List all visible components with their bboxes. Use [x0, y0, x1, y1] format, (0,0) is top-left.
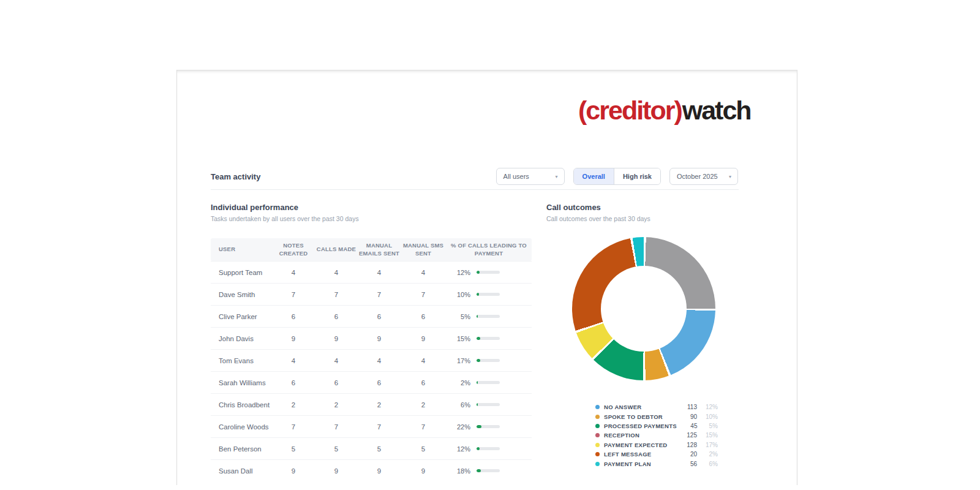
progress-bar	[477, 425, 500, 428]
emails-sent-value: 9	[358, 335, 401, 342]
logo-creditor-text: (creditor)	[578, 96, 682, 125]
legend-percent: 17%	[697, 442, 718, 448]
legend-dot-icon	[595, 433, 600, 437]
page-title: Team activity	[211, 172, 260, 181]
toggle-high-risk[interactable]: High risk	[614, 168, 660, 184]
user-name: Dave Smith	[211, 291, 272, 298]
emails-sent-value: 4	[358, 269, 401, 276]
legend-percent: 5%	[697, 423, 718, 429]
logo-watch-text: watch	[682, 96, 751, 125]
month-filter-select[interactable]: October 2025 ▾	[669, 168, 738, 185]
progress-bar	[477, 271, 500, 274]
team-activity-toolbar: Team activity All users ▾ Overall High r…	[211, 167, 738, 186]
legend-percent: 10%	[697, 413, 718, 420]
legend-row: PAYMENT PLAN566%	[595, 459, 718, 468]
calls-to-payment-cell: 17%	[446, 357, 532, 364]
calls-made-value: 7	[315, 291, 358, 298]
legend-percent: 12%	[697, 404, 718, 410]
calls-made-value: 6	[315, 313, 358, 320]
legend-row: PAYMENT EXPECTED12817%	[595, 440, 718, 450]
notes-created-value: 2	[272, 401, 315, 409]
calls-made-value: 4	[315, 269, 358, 276]
column-header-emails: Manual emails sent	[358, 242, 401, 258]
percent-value: 18%	[446, 467, 470, 475]
user-name: Clive Parker	[211, 313, 272, 320]
progress-fill	[477, 337, 480, 340]
emails-sent-value: 7	[358, 291, 401, 298]
percent-value: 10%	[446, 291, 470, 298]
column-header-pct: % of calls leading to payment	[446, 242, 532, 258]
table-row: Ben Peterson555512%	[211, 437, 532, 459]
notes-created-value: 5	[272, 445, 315, 453]
table-row: John Davis999915%	[211, 327, 532, 349]
notes-created-value: 9	[272, 335, 315, 342]
creditorwatch-logo: (creditor)watch	[578, 97, 751, 124]
users-filter-select[interactable]: All users ▾	[496, 168, 565, 185]
user-name: Ben Peterson	[211, 445, 272, 453]
progress-fill	[477, 403, 478, 406]
notes-created-value: 4	[272, 357, 315, 364]
section-title: Call outcomes	[546, 203, 742, 213]
toggle-overall[interactable]: Overall	[574, 168, 614, 184]
calls-to-payment-cell: 15%	[446, 335, 532, 342]
call-outcomes-legend: NO ANSWER11312%SPOKE TO DEBTOR9010%PROCE…	[595, 402, 718, 469]
legend-label: PROCESSED PAYMENTS	[604, 423, 677, 429]
calls-to-payment-cell: 2%	[446, 379, 532, 386]
emails-sent-value: 4	[358, 357, 401, 364]
progress-fill	[477, 425, 481, 428]
user-name: Support Team	[211, 269, 272, 276]
emails-sent-value: 6	[358, 313, 401, 320]
sms-sent-value: 9	[401, 467, 446, 475]
legend-count: 45	[677, 423, 698, 429]
legend-percent: 6%	[697, 461, 718, 467]
risk-toggle: Overall High risk	[573, 168, 661, 185]
progress-fill	[477, 271, 480, 274]
calls-made-value: 7	[315, 423, 358, 431]
users-filter-value: All users	[503, 173, 529, 180]
notes-created-value: 9	[272, 467, 315, 475]
progress-bar	[477, 337, 500, 340]
user-name: John Davis	[211, 335, 272, 342]
section-title: Individual performance	[211, 203, 532, 213]
filter-group: All users ▾ Overall High risk October 20…	[496, 168, 738, 185]
legend-count: 125	[676, 432, 697, 439]
column-header-notes: Notes created	[272, 242, 315, 258]
legend-dot-icon	[595, 462, 600, 466]
sms-sent-value: 9	[401, 335, 446, 342]
percent-value: 2%	[446, 379, 470, 386]
performance-table-body: Support Team444412%Dave Smith777710%Cliv…	[211, 261, 532, 481]
chevron-down-icon: ▾	[729, 174, 731, 179]
emails-sent-value: 9	[358, 467, 401, 475]
sms-sent-value: 6	[401, 313, 446, 320]
legend-label: NO ANSWER	[604, 404, 676, 410]
sms-sent-value: 4	[401, 357, 446, 364]
column-header-sms: Manual SMS sent	[401, 242, 446, 258]
progress-fill	[477, 293, 479, 296]
percent-value: 12%	[446, 269, 470, 276]
sms-sent-value: 7	[401, 291, 446, 298]
legend-label: LEFT MESSAGE	[604, 451, 676, 458]
legend-count: 113	[676, 404, 697, 410]
legend-percent: 15%	[697, 432, 718, 439]
percent-value: 15%	[446, 335, 470, 342]
chevron-down-icon: ▾	[556, 174, 558, 179]
legend-dot-icon	[595, 424, 600, 428]
progress-bar	[477, 381, 500, 384]
percent-value: 6%	[446, 401, 470, 409]
table-row: Caroline Woods777722%	[211, 415, 532, 437]
column-header-user: User	[211, 246, 272, 254]
table-row: Susan Dall999918%	[211, 459, 532, 481]
legend-row: PROCESSED PAYMENTS455%	[595, 421, 718, 431]
legend-dot-icon	[595, 405, 600, 409]
progress-fill	[477, 359, 480, 362]
user-name: Susan Dall	[211, 467, 272, 475]
emails-sent-value: 7	[358, 423, 401, 431]
percent-value: 12%	[446, 445, 470, 453]
toolbar-divider	[211, 189, 739, 190]
sms-sent-value: 7	[401, 423, 446, 431]
table-row: Tom Evans444417%	[211, 349, 532, 371]
column-header-calls: Calls made	[315, 246, 358, 254]
legend-dot-icon	[595, 452, 600, 456]
legend-label: PAYMENT PLAN	[604, 461, 676, 467]
progress-fill	[477, 381, 478, 384]
